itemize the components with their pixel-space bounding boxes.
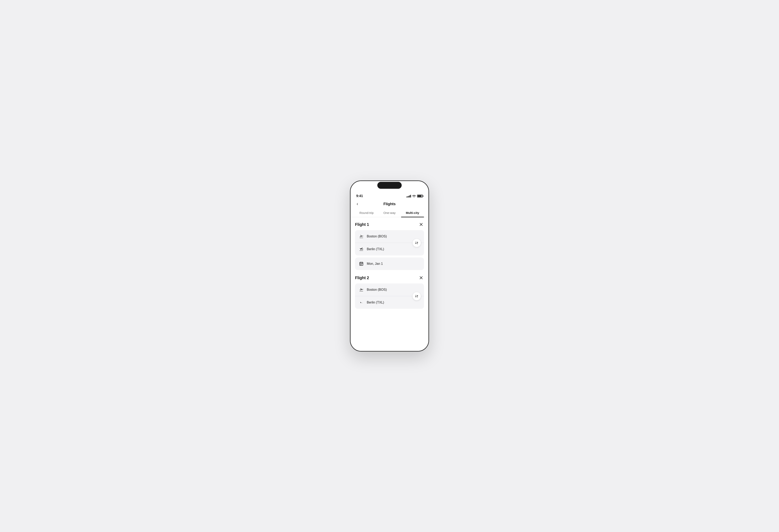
status-bar: 9:41	[351, 190, 428, 200]
svg-rect-6	[360, 264, 361, 264]
notch-area	[351, 181, 428, 190]
header: ‹ Flights	[351, 200, 428, 209]
dynamic-island	[377, 182, 402, 189]
status-icons	[407, 195, 423, 197]
flight-1-section: Flight 1	[355, 221, 424, 270]
phone-frame: 9:41	[350, 181, 429, 351]
page-title: Flights	[383, 202, 396, 206]
departure-icon-2	[359, 287, 364, 292]
flight-2-title: Flight 2	[355, 275, 369, 280]
wifi-icon	[412, 195, 416, 197]
flight-1-city-fields: Boston (BOS)	[355, 230, 424, 256]
content-area: Flight 1	[351, 217, 428, 351]
arrival-icon-2	[359, 300, 364, 305]
svg-rect-7	[361, 264, 362, 264]
flight-2-destination-text: Berlin (TXL)	[367, 301, 384, 304]
flight-1-title: Flight 1	[355, 222, 369, 227]
arrival-icon	[359, 247, 364, 252]
svg-rect-10	[361, 265, 362, 265]
phone-screen: 9:41	[351, 181, 428, 351]
tab-round-trip[interactable]: Round-trip	[355, 209, 378, 217]
signal-bars-icon	[407, 195, 411, 197]
flight-2-city-fields: Boston (BOS) Be	[355, 283, 424, 309]
battery-icon	[417, 195, 423, 197]
tabs-container: Round-trip One-way Multi-city	[351, 209, 428, 217]
flight-1-close-button[interactable]	[418, 221, 424, 227]
departure-icon	[359, 234, 364, 239]
status-time: 9:41	[356, 194, 363, 198]
calendar-icon	[359, 261, 364, 266]
flight-1-destination-text: Berlin (TXL)	[367, 247, 384, 251]
flight-2-section: Flight 2	[355, 275, 424, 309]
flight-1-date-text: Mon, Jan 1	[367, 262, 383, 266]
back-button[interactable]: ‹	[355, 201, 360, 207]
flight-1-swap-button[interactable]	[413, 239, 421, 247]
flight-1-date-field[interactable]: Mon, Jan 1	[355, 258, 424, 270]
flight-2-swap-button[interactable]	[413, 292, 421, 300]
flight-1-origin-text: Boston (BOS)	[367, 235, 387, 238]
svg-rect-9	[360, 265, 361, 265]
tab-one-way[interactable]: One-way	[378, 209, 401, 217]
flight-1-header: Flight 1	[355, 221, 424, 227]
tab-multi-city[interactable]: Multi-city	[401, 209, 424, 217]
flight-2-close-button[interactable]	[418, 275, 424, 281]
flight-2-header: Flight 2	[355, 275, 424, 281]
flight-2-origin-text: Boston (BOS)	[367, 288, 387, 291]
svg-rect-8	[362, 264, 363, 264]
